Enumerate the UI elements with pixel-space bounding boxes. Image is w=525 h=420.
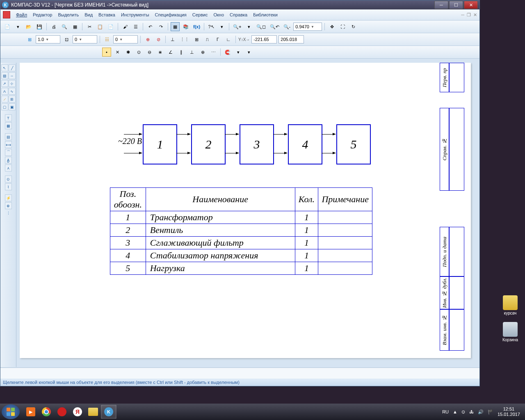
tool-leader[interactable]: ↗ xyxy=(1,80,8,87)
zoom-in-button[interactable]: 🔍+ xyxy=(232,22,242,31)
properties-button[interactable]: ☰ xyxy=(131,22,140,31)
tool-view[interactable]: ▣ xyxy=(9,103,16,110)
zoom-dropdown-1[interactable]: ▾ xyxy=(244,22,253,31)
tool-anno[interactable]: A̲ xyxy=(5,157,12,164)
ortho-button[interactable]: ⊥ xyxy=(168,35,177,44)
menu-service[interactable]: Сервис xyxy=(192,12,208,17)
scale-combo[interactable]: 1.0▼ xyxy=(36,35,60,43)
redo-button[interactable]: ↷ xyxy=(156,22,165,31)
snap-dropdown-2[interactable]: ▾ xyxy=(244,48,253,57)
tool-insert[interactable]: ▢ xyxy=(1,103,8,110)
taskbar-opera[interactable] xyxy=(54,405,70,419)
start-button[interactable] xyxy=(2,404,20,419)
tool-note[interactable]: ∿ xyxy=(9,88,16,95)
tool-more[interactable]: ⋮ xyxy=(5,210,11,216)
tool-grid[interactable]: ▤ xyxy=(5,133,12,140)
tray-network-icon[interactable]: 🖧 xyxy=(469,409,474,414)
new-dropdown[interactable]: ▾ xyxy=(14,22,23,31)
menu-window[interactable]: Окно xyxy=(213,12,224,17)
taskbar-kompas[interactable]: K xyxy=(101,405,116,419)
maximize-button[interactable]: ☐ xyxy=(449,1,463,9)
layer-combo[interactable]: 0▼ xyxy=(113,35,138,43)
desktop-folder[interactable]: курсач xyxy=(501,295,519,315)
local-cs-button[interactable]: ∟ xyxy=(224,35,233,44)
snap-cross[interactable]: ✱ xyxy=(123,48,132,57)
tool-line[interactable]: ╱ xyxy=(9,64,16,71)
zoom-fit-button[interactable]: ⛶ xyxy=(338,22,347,31)
snap-mid[interactable]: ✕ xyxy=(113,48,122,57)
menu-select[interactable]: Выделить xyxy=(58,12,79,17)
tool-misc[interactable]: ⋏ xyxy=(5,164,12,171)
mdi-restore[interactable]: ❐ xyxy=(467,12,471,18)
snap-center[interactable]: ⊙ xyxy=(134,48,143,57)
variables-button[interactable]: f(x) xyxy=(192,22,201,31)
taskbar-yandex[interactable]: Я xyxy=(70,405,85,419)
zoom-combo[interactable]: 0.9470▼ xyxy=(293,23,322,31)
property-panel[interactable] xyxy=(0,368,479,379)
tray-clock[interactable]: 12:51 15.01.2017 xyxy=(498,406,520,417)
menu-spec[interactable]: Спецификация xyxy=(155,12,187,17)
snap-parallel[interactable]: ∥ xyxy=(177,48,186,57)
offset-combo[interactable]: 0▼ xyxy=(73,35,97,43)
pan-button[interactable]: ✥ xyxy=(327,22,336,31)
preview-button[interactable]: 🔍 xyxy=(60,22,69,31)
tool-arc[interactable]: ⌒ xyxy=(5,149,12,156)
tool-table2[interactable]: ▦ xyxy=(5,122,12,129)
titlebar[interactable]: K КОМПАС-3D V12 - [Чертеж БЕЗ ИМЕНИ1 ->С… xyxy=(0,0,479,9)
cut-button[interactable]: ✂ xyxy=(85,22,94,31)
tool-text[interactable]: A xyxy=(1,88,8,95)
snap-tangent[interactable]: ⊖ xyxy=(145,48,154,57)
mdi-close[interactable]: ✕ xyxy=(473,12,477,18)
grid-snap-button[interactable]: ⋮⋮ xyxy=(179,35,190,44)
help-cursor-button[interactable]: ?↖ xyxy=(207,22,216,31)
taskbar-media[interactable]: ▶ xyxy=(23,405,39,419)
round-button[interactable]: Γ xyxy=(213,35,222,44)
tool-flash[interactable]: ⚡ xyxy=(5,194,12,201)
paste-button[interactable]: 📄 xyxy=(106,22,115,31)
undo-button[interactable]: ↶ xyxy=(146,22,155,31)
coord-x-input[interactable] xyxy=(251,35,277,43)
print-button[interactable]: 🖨 xyxy=(49,22,58,31)
new-button[interactable]: 📄 xyxy=(3,22,12,31)
tray-shield-icon[interactable]: ⊙ xyxy=(461,409,465,415)
step-button[interactable]: ⊡ xyxy=(62,35,71,44)
refresh-button[interactable]: ↻ xyxy=(349,22,358,31)
layers-icon[interactable]: ☷ xyxy=(103,35,112,44)
snap-dropdown[interactable]: ▾ xyxy=(234,48,243,57)
dropdown-1[interactable]: ▾ xyxy=(217,22,226,31)
tool-axis[interactable]: ⊹ xyxy=(9,80,16,87)
grid-button[interactable]: ▦ xyxy=(171,22,180,31)
tool-select[interactable]: ↖ xyxy=(1,64,8,71)
menu-libs[interactable]: Библиотеки xyxy=(253,12,278,17)
minimize-button[interactable]: ─ xyxy=(434,1,448,9)
tray-up-icon[interactable]: ▲ xyxy=(453,409,457,414)
menu-insert[interactable]: Вставка xyxy=(98,12,115,17)
doc-icon[interactable] xyxy=(3,11,10,18)
snap-node[interactable]: ⋇ xyxy=(155,48,164,57)
tool-dim2[interactable]: ⟷ xyxy=(5,141,12,148)
save-button[interactable]: 💾 xyxy=(35,22,44,31)
tool-circle[interactable]: ⊙ xyxy=(5,176,12,183)
snap-near[interactable]: ⊕ xyxy=(198,48,207,57)
tool-hatch[interactable]: ▨ xyxy=(1,72,8,79)
snap-toggle-2[interactable]: ⊘ xyxy=(154,35,163,44)
menu-editor[interactable]: Редактор xyxy=(33,12,52,17)
canvas[interactable]: ~220 В 1 2 3 4 5 xyxy=(16,63,479,367)
snap-toggle-1[interactable]: ⊕ xyxy=(143,35,152,44)
snap-grid[interactable]: ⋯ xyxy=(209,48,218,57)
coord-y-input[interactable] xyxy=(278,35,304,43)
zoom-out-button[interactable]: 🔍- xyxy=(282,22,292,31)
snap-end[interactable]: • xyxy=(102,48,111,57)
menu-help[interactable]: Справка xyxy=(230,12,247,17)
tray-lang[interactable]: RU xyxy=(442,409,449,414)
close-button[interactable]: ✕ xyxy=(464,1,478,9)
snap-angle[interactable]: ∠ xyxy=(166,48,175,57)
snap-magnet[interactable]: 🧲 xyxy=(223,48,232,57)
menu-file[interactable]: Файл xyxy=(16,12,27,17)
tool-ortho[interactable]: ⊕ xyxy=(5,202,12,209)
mdi-minimize[interactable]: ─ xyxy=(461,12,464,18)
zoom-window-button[interactable]: 🔍◻ xyxy=(255,22,267,31)
grid-toggle[interactable]: ⊞ xyxy=(25,35,34,44)
copy-props-button[interactable]: 🖌 xyxy=(121,22,130,31)
grid-snap-2[interactable]: ⊞ xyxy=(192,35,201,44)
